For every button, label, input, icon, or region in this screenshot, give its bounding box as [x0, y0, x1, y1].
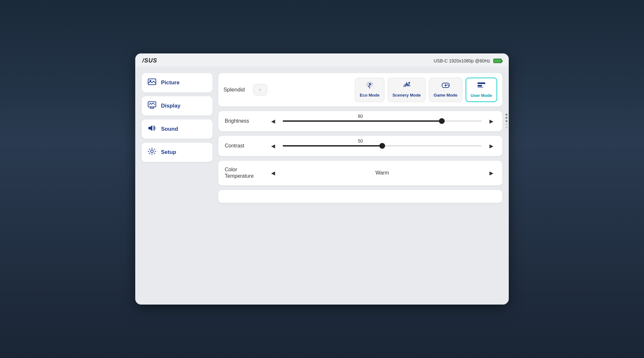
contrast-label: Contrast: [225, 143, 263, 149]
contrast-track: [283, 145, 482, 146]
svg-rect-20: [478, 82, 485, 84]
battery-icon: [493, 59, 502, 63]
game-label: Game Mode: [434, 93, 458, 98]
brightness-decrease[interactable]: ◀: [269, 117, 278, 126]
bottom-partial-row: [218, 190, 502, 203]
svg-point-14: [408, 82, 410, 84]
scroll-dot-3: [506, 120, 507, 122]
color-temp-decrease[interactable]: ◀: [269, 169, 278, 177]
brightness-value: 80: [358, 114, 363, 119]
contrast-row: Contrast 50 ◀ ▶: [218, 136, 502, 156]
game-icon: [441, 81, 450, 91]
brightness-increase[interactable]: ▶: [487, 117, 496, 126]
brightness-track-container[interactable]: [283, 120, 482, 122]
eco-label: Eco Mode: [360, 93, 379, 98]
connection-info: USB-C 1920x1080p @60Hz: [434, 58, 490, 63]
svg-rect-21: [478, 85, 482, 87]
partial-label: r: [260, 88, 261, 92]
splendid-modes: Eco Mode Scenery Mode: [271, 78, 497, 102]
sidebar-item-setup[interactable]: Setup: [142, 143, 213, 162]
svg-point-19: [448, 85, 449, 86]
scenery-label: Scenery Mode: [393, 93, 421, 98]
svg-point-7: [151, 150, 153, 153]
color-temp-increase[interactable]: ▶: [487, 169, 496, 177]
mode-btn-user[interactable]: User Mode: [466, 78, 497, 102]
scroll-dot-2: [506, 117, 507, 119]
mode-btn-game[interactable]: Game Mode: [429, 78, 462, 102]
brightness-row: Brightness 80 ◀ ▶: [218, 111, 502, 131]
scenery-icon: [402, 81, 411, 91]
svg-point-18: [447, 84, 448, 85]
svg-point-9: [369, 83, 370, 84]
color-temperature-label: Color Temperature: [225, 166, 263, 180]
asus-logo: /SUS: [142, 57, 157, 64]
svg-marker-6: [148, 125, 152, 131]
contrast-fill: [283, 145, 382, 146]
eco-icon: [365, 81, 374, 91]
user-label: User Mode: [471, 93, 492, 98]
scroll-dots: [506, 114, 507, 128]
color-temperature-row: Color Temperature ◀ Warm ▶: [218, 161, 502, 186]
osd-header: /SUS USB-C 1920x1080p @60Hz: [135, 53, 509, 67]
contrast-decrease[interactable]: ◀: [269, 142, 278, 150]
osd-window: /SUS USB-C 1920x1080p @60Hz Picture: [135, 53, 509, 305]
sidebar-item-sound[interactable]: Sound: [142, 119, 213, 139]
brightness-track: [283, 120, 482, 122]
sidebar-item-display[interactable]: Display: [142, 96, 213, 116]
mode-btn-partial[interactable]: r: [253, 84, 267, 96]
mode-btn-scenery[interactable]: Scenery Mode: [388, 78, 426, 102]
osd-body: Picture Display: [135, 67, 509, 305]
user-mode-icon: [477, 81, 486, 91]
display-icon: [147, 101, 156, 110]
mode-btn-eco[interactable]: Eco Mode: [355, 78, 384, 102]
sidebar-item-picture[interactable]: Picture: [142, 73, 213, 92]
sidebar-label-display: Display: [161, 103, 180, 109]
contrast-increase[interactable]: ▶: [487, 142, 496, 150]
brightness-label: Brightness: [225, 118, 263, 124]
sidebar: Picture Display: [142, 73, 213, 298]
sidebar-label-sound: Sound: [161, 126, 178, 132]
sound-icon: [147, 125, 156, 134]
brightness-fill: [283, 120, 442, 122]
picture-icon: [147, 78, 156, 87]
scroll-dot-1: [506, 114, 507, 116]
color-temperature-value: Warm: [283, 170, 482, 176]
setup-icon: [147, 148, 156, 157]
contrast-value: 50: [358, 138, 363, 144]
contrast-thumb[interactable]: [379, 143, 385, 149]
splendid-row: Splendid r: [218, 73, 502, 107]
svg-rect-22: [478, 87, 483, 88]
sidebar-label-picture: Picture: [161, 80, 180, 86]
main-content: Splendid r: [218, 73, 502, 298]
scroll-dot-4: [506, 123, 507, 125]
header-right: USB-C 1920x1080p @60Hz: [434, 58, 502, 63]
scroll-dot-5: [506, 127, 507, 128]
splendid-label: Splendid: [223, 87, 249, 93]
contrast-track-container[interactable]: [283, 145, 482, 146]
brightness-thumb[interactable]: [439, 118, 445, 124]
sidebar-label-setup: Setup: [161, 149, 176, 155]
